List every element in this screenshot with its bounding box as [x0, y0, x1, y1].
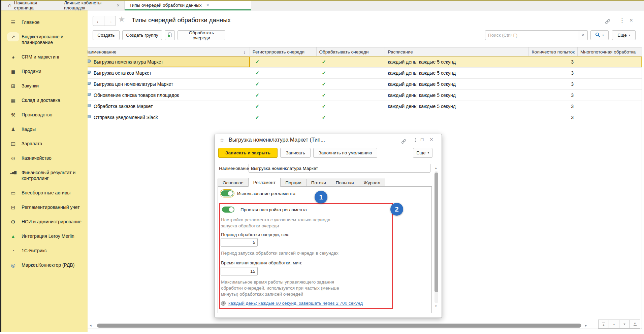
column-header-register[interactable]: Регистрировать очереди: [250, 47, 317, 56]
simple-regulation-toggle[interactable]: [222, 207, 234, 213]
sidebar-item-finance[interactable]: ▂▅▇ Финансовый результат и контроллинг: [1, 165, 88, 186]
more-menu-icon[interactable]: ⋮: [413, 137, 418, 143]
name-field[interactable]: [249, 164, 430, 173]
table-row[interactable]: Выгрузка остатков Маркет ✓ ✓ каждый день…: [82, 68, 642, 79]
dialog-more-button[interactable]: Еще ▾: [413, 148, 432, 158]
get-link-icon[interactable]: [401, 139, 407, 145]
gear-icon: ⚙: [9, 219, 18, 225]
column-header-attempts[interactable]: Количество попыток: [529, 47, 578, 56]
schedule-link[interactable]: каждый день; каждые 60 секунд, завершать…: [228, 301, 363, 306]
search-input[interactable]: [485, 30, 579, 40]
use-regulation-toggle[interactable]: [221, 190, 233, 196]
table-header: Наименование ↓ Регистрировать очереди Об…: [82, 47, 642, 57]
process-queues-button[interactable]: Обработать очереди: [178, 30, 225, 40]
column-header-multithread[interactable]: Многопоточная обработка: [578, 47, 642, 56]
sidebar-item-treasury[interactable]: ⊜ Казначейство: [1, 151, 88, 165]
tab-portions[interactable]: Порции: [280, 179, 307, 187]
tab-main[interactable]: Основное: [218, 179, 249, 187]
tab-attempts[interactable]: Попытки: [331, 179, 359, 187]
table-row[interactable]: Выгрузка номенклатура Маркет ✓ ✓ каждый …: [82, 57, 642, 68]
sidebar-item-bitrix[interactable]: ◔ 1С-Битрикс: [1, 244, 88, 258]
tab-personal-cabinets[interactable]: Личные кабинеты площадок ×: [59, 1, 125, 10]
close-form-icon[interactable]: ×: [630, 17, 633, 24]
check-icon: ✓: [253, 59, 260, 65]
tab-regulation[interactable]: Регламент: [248, 178, 281, 187]
sidebar-item-budgeting[interactable]: ↗ Бюджетирование и планирование: [1, 30, 88, 50]
schedule-row: каждый день; каждые 60 секунд, завершать…: [221, 301, 363, 306]
create-button[interactable]: Создать: [93, 30, 120, 40]
dialog-title: Выгрузка номенклатура Маркет (Тип...: [229, 137, 325, 143]
sidebar-item-crm[interactable]: ◕ CRM и маркетинг: [1, 50, 88, 64]
create-copy-button[interactable]: [165, 30, 175, 40]
table-row[interactable]: Выгрузка цен номенклатуры Маркет ✓ ✓ каж…: [82, 79, 642, 90]
column-header-process[interactable]: Обрабатывать очереди: [317, 47, 385, 56]
go-last-button[interactable]: ▼: [630, 320, 640, 329]
sort-desc-icon: ↓: [243, 49, 246, 54]
column-header-name[interactable]: Наименование ↓: [82, 47, 250, 56]
sidebar-item-main[interactable]: ☰ Главное: [1, 15, 88, 30]
close-tab-icon[interactable]: ×: [117, 3, 120, 8]
table-row[interactable]: Обновление списка товаров площадок ✓ ✓ к…: [82, 90, 642, 101]
favorite-star-icon[interactable]: ☆: [219, 137, 225, 144]
save-and-close-button[interactable]: Записать и закрыть: [218, 148, 278, 158]
tab-threads[interactable]: Потоки: [306, 179, 331, 187]
page-down-button[interactable]: ▼: [619, 320, 630, 329]
check-icon: ✓: [319, 103, 326, 109]
check-icon: ✓: [253, 92, 260, 98]
sidebar-item-market-connector[interactable]: ◎ Маркет.Коннектор (РДВ): [1, 258, 88, 272]
sidebar-item-hr[interactable]: ♟ Кадры: [1, 122, 88, 137]
tab-bar: ⌂ Начальная страница Личные кабинеты пло…: [0, 0, 644, 10]
page-up-button[interactable]: ▲: [609, 320, 619, 329]
tab-queue-types[interactable]: Типы очередей обработки данных ×: [125, 1, 251, 10]
more-actions-button[interactable]: Еще ▾: [612, 30, 636, 40]
tab-journal[interactable]: Журнал: [359, 179, 385, 187]
more-menu-icon[interactable]: ⋮: [619, 17, 625, 24]
column-header-schedule[interactable]: Расписание: [385, 47, 529, 56]
period-field[interactable]: [221, 238, 258, 247]
history-nav: ← →: [93, 16, 116, 26]
back-button[interactable]: ←: [93, 16, 104, 26]
maximize-icon[interactable]: □: [421, 137, 423, 142]
sidebar-item-production[interactable]: ⚒ Производство: [1, 108, 88, 122]
sidebar-item-warehouse[interactable]: ▦ Склад и доставка: [1, 93, 88, 108]
fill-default-button[interactable]: Заполнить по умолчанию: [313, 148, 377, 158]
table-row[interactable]: Обработка заказов Маркет ✓ ✓ каждый день…: [82, 101, 642, 112]
sidebar-item-leroy-merlin[interactable]: ▲ Интеграция Leroy Merlin: [1, 229, 88, 244]
sidebar-item-assets[interactable]: ▭ Внеоборотные активы: [1, 186, 88, 200]
scroll-left-icon[interactable]: ◂: [90, 323, 92, 328]
tab-label: Начальная страница: [14, 0, 54, 10]
list-navigation-buttons: ▲ ▲ ▼ ▼: [599, 320, 640, 329]
market-connector-logo-icon: ◎: [9, 262, 18, 268]
clear-search-button[interactable]: ×: [578, 30, 588, 40]
vertical-scrollbar[interactable]: [434, 173, 438, 292]
dialog-tabs: Основное Регламент Порции Потоки Попытки…: [218, 178, 385, 187]
sidebar-item-regulated-accounting[interactable]: ⊟ Регламентированный учет: [1, 200, 88, 215]
check-icon: ✓: [319, 114, 326, 120]
get-link-icon[interactable]: [605, 18, 611, 26]
scroll-right-icon[interactable]: ▸: [585, 323, 587, 328]
tab-label: Типы очередей обработки данных: [129, 3, 201, 8]
tab-home[interactable]: ⌂ Начальная страница: [3, 1, 59, 10]
favorite-star-icon[interactable]: ★: [118, 15, 125, 24]
sidebar-item-sales[interactable]: ◼ Продажи: [1, 64, 88, 79]
table-row[interactable]: Отправка уведомлений Slack ✓ ✓ 3: [82, 112, 642, 123]
sidebar: ☰ Главное ↗ Бюджетирование и планировани…: [1, 10, 88, 332]
scroll-down-icon[interactable]: ▾: [435, 304, 437, 308]
chevron-down-icon: ▾: [428, 151, 429, 154]
warehouse-grid-icon: ▦: [9, 98, 18, 103]
create-group-button[interactable]: Создать группу: [122, 30, 162, 40]
search-button[interactable]: ▾: [590, 30, 609, 40]
lifetime-field[interactable]: [221, 267, 258, 275]
sidebar-item-purchases[interactable]: ⊞ Закупки: [1, 79, 88, 93]
horizontal-scrollbar[interactable]: [97, 324, 581, 328]
cart-icon: ⊞: [9, 83, 18, 89]
close-dialog-icon[interactable]: ×: [430, 136, 433, 143]
forward-button[interactable]: →: [104, 16, 116, 26]
truck-icon: ▭: [9, 190, 18, 196]
close-tab-icon[interactable]: ×: [206, 2, 209, 8]
sidebar-item-nsi-admin[interactable]: ⚙ НСИ и администрирование: [1, 215, 88, 229]
scroll-up-icon[interactable]: ▴: [435, 166, 437, 170]
go-first-button[interactable]: ▲: [598, 320, 609, 329]
sidebar-item-payroll[interactable]: ▤ Зарплата: [1, 137, 88, 151]
save-button[interactable]: Записать: [280, 148, 311, 158]
